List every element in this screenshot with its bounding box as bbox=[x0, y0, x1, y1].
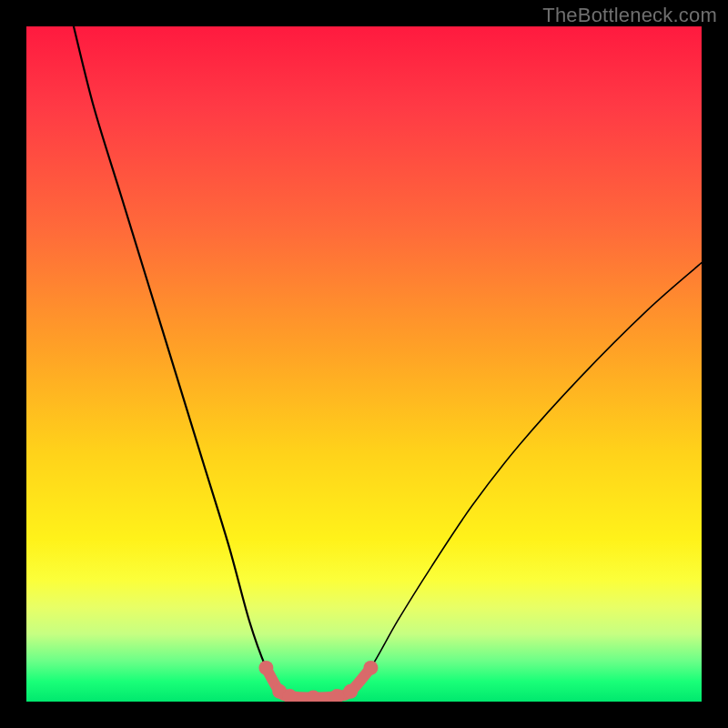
gradient-plot-area bbox=[26, 26, 702, 702]
chart-frame: TheBottleneck.com bbox=[0, 0, 728, 728]
valley-highlight-dot bbox=[343, 684, 358, 699]
watermark-text: TheBottleneck.com bbox=[542, 4, 717, 27]
valley-highlight-dot bbox=[306, 691, 320, 702]
curve-layer bbox=[26, 26, 702, 702]
bottleneck-right-curve bbox=[337, 263, 702, 696]
bottleneck-left-curve bbox=[74, 26, 289, 696]
valley-highlight-dot bbox=[258, 661, 273, 675]
valley-highlight-dot bbox=[363, 661, 378, 675]
